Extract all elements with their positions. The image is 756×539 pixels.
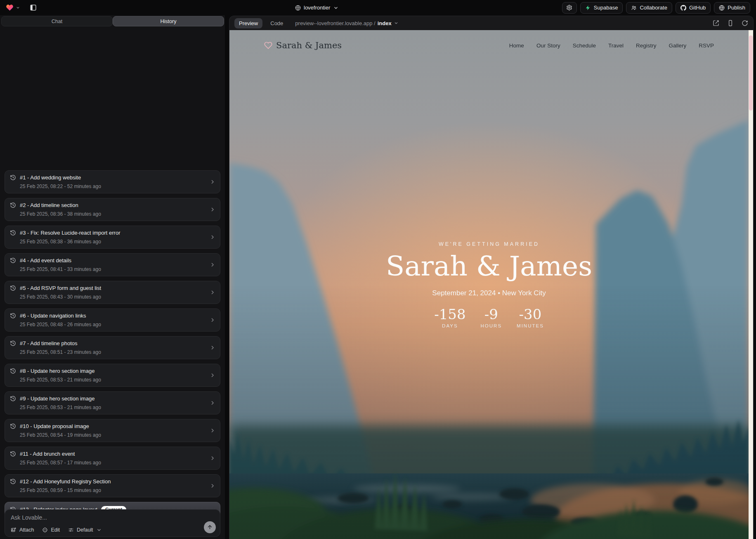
toggle-sidebar-button[interactable] (27, 2, 39, 13)
history-item-timestamp: 25 Feb 2025, 08:57 - 17 minutes ago (20, 460, 206, 466)
site-scrollbar[interactable] (749, 30, 753, 539)
supabase-button[interactable]: Supabase (580, 2, 623, 14)
preview-toolbar: Preview Code preview--lovefrontier.lovab… (229, 16, 753, 30)
history-item-title: #6 - Update navigation links (20, 313, 86, 319)
history-item[interactable]: #5 - Add RSVP form and guest list 25 Feb… (5, 281, 220, 304)
history-item-title: #1 - Add wedding website (20, 174, 81, 181)
lovable-logo-menu[interactable] (6, 4, 20, 12)
chevron-right-icon (209, 234, 216, 240)
countdown-label: MINUTES (517, 323, 544, 328)
history-item-title: #9 - Update hero section image (20, 395, 94, 402)
chevron-down-icon (394, 21, 399, 26)
composer-toolbar: Attach Edit Default (11, 527, 200, 533)
preview-panel: Preview Code preview--lovefrontier.lovab… (229, 16, 754, 539)
chevron-right-icon (209, 427, 216, 434)
history-item[interactable]: #7 - Add timeline photos 25 Feb 2025, 08… (5, 336, 220, 359)
external-link-icon[interactable] (713, 20, 719, 26)
settings-button[interactable] (562, 2, 577, 14)
history-item-timestamp: 25 Feb 2025, 08:53 - 21 minutes ago (20, 405, 206, 410)
chevron-down-icon (16, 5, 20, 10)
chevron-down-icon (96, 527, 102, 533)
countdown: -158 DAYS -9 HOURS -30 MINUTES (229, 307, 749, 328)
lovable-heart-icon (6, 4, 14, 12)
prompt-input[interactable]: Ask Lovable... (11, 514, 214, 521)
history-item[interactable]: #8 - Update hero section image 25 Feb 20… (5, 364, 220, 387)
hero-title: Sarah & James (229, 253, 749, 280)
image-plus-icon (11, 527, 17, 533)
chevron-right-icon (209, 261, 216, 268)
history-icon (10, 202, 16, 208)
tab-history[interactable]: History (113, 16, 224, 26)
github-button[interactable]: GitHub (676, 2, 711, 14)
hero-date-location: September 21, 2024 • New York City (229, 289, 749, 297)
history-item[interactable]: #6 - Update navigation links 25 Feb 2025… (5, 308, 220, 332)
github-icon (680, 5, 686, 11)
chevron-down-icon (333, 5, 339, 11)
mode-selector[interactable]: Default (68, 527, 102, 533)
sidebar-tabs: Chat History (1, 16, 224, 26)
history-item-timestamp: 25 Feb 2025, 08:59 - 15 minutes ago (20, 487, 206, 493)
site-nav-link[interactable]: Home (509, 42, 524, 49)
refresh-icon[interactable] (742, 20, 748, 26)
history-item-timestamp: 25 Feb 2025, 08:51 - 23 minutes ago (20, 349, 206, 355)
site-nav-link[interactable]: RSVP (699, 42, 714, 49)
site-nav-link[interactable]: Gallery (669, 42, 686, 49)
site-logo[interactable]: Sarah & James (264, 40, 342, 50)
history-icon (10, 478, 16, 485)
countdown-unit: -9 HOURS (481, 307, 502, 328)
history-item-title: #10 - Update proposal image (20, 423, 89, 429)
smartphone-icon[interactable] (727, 20, 734, 26)
chevron-right-icon (209, 455, 216, 461)
history-item-title: #4 - Add event details (20, 257, 71, 264)
history-item[interactable]: #2 - Add timeline section 25 Feb 2025, 0… (5, 198, 220, 221)
tab-preview[interactable]: Preview (234, 18, 262, 28)
attach-button[interactable]: Attach (11, 527, 34, 533)
site-header: Sarah & James HomeOur StoryScheduleTrave… (229, 30, 749, 61)
history-item[interactable]: #3 - Fix: Resolve Lucide-react import er… (5, 226, 220, 249)
preview-actions (713, 20, 748, 26)
countdown-label: DAYS (434, 323, 465, 328)
countdown-unit: -30 MINUTES (517, 307, 544, 328)
chevron-right-icon (209, 483, 216, 489)
prompt-composer[interactable]: Ask Lovable... Attach Edit Default (5, 509, 220, 537)
edit-button[interactable]: Edit (42, 527, 60, 533)
history-item[interactable]: #10 - Update proposal image 25 Feb 2025,… (5, 419, 220, 442)
project-selector[interactable]: lovefrontier (295, 0, 339, 15)
history-icon (10, 230, 16, 236)
site-nav-link[interactable]: Our Story (536, 42, 560, 49)
chevron-right-icon (209, 372, 216, 379)
publish-button[interactable]: Publish (714, 2, 750, 14)
supabase-icon (585, 5, 591, 11)
countdown-value: -30 (517, 307, 544, 321)
target-icon (42, 527, 48, 533)
preview-url[interactable]: preview--lovefrontier.lovable.app / inde… (295, 20, 398, 26)
history-item-timestamp: 25 Feb 2025, 08:48 - 26 minutes ago (20, 322, 206, 327)
history-item-timestamp: 25 Feb 2025, 08:53 - 21 minutes ago (20, 377, 206, 383)
history-item-title: #12 - Add Honeyfund Registry Section (20, 478, 111, 485)
arrow-up-icon (207, 524, 213, 530)
history-item-timestamp: 25 Feb 2025, 08:38 - 36 minutes ago (20, 239, 206, 245)
send-button[interactable] (204, 521, 216, 533)
hero-tagline: WE'RE GETTING MARRIED (229, 241, 749, 247)
countdown-unit: -158 DAYS (434, 307, 465, 328)
site-nav-link[interactable]: Registry (636, 42, 657, 49)
history-icon (10, 285, 16, 291)
tab-code[interactable]: Code (266, 18, 288, 28)
chevron-right-icon (209, 344, 216, 351)
history-icon (10, 257, 16, 264)
history-item[interactable]: #12 - Add Honeyfund Registry Section 25 … (5, 474, 220, 497)
history-item[interactable]: #1 - Add wedding website 25 Feb 2025, 08… (5, 170, 220, 193)
tab-chat[interactable]: Chat (1, 16, 113, 26)
site-scrollbar-thumb[interactable] (749, 35, 753, 111)
collaborate-button[interactable]: Collaborate (626, 2, 672, 14)
history-item-title: #8 - Update hero section image (20, 368, 94, 374)
history-item-timestamp: 25 Feb 2025, 08:43 - 30 minutes ago (20, 294, 206, 300)
countdown-value: -9 (481, 307, 502, 321)
history-item[interactable]: #9 - Update hero section image 25 Feb 20… (5, 391, 220, 414)
history-icon (10, 423, 16, 429)
site-nav-link[interactable]: Travel (608, 42, 624, 49)
history-item[interactable]: #11 - Add brunch event 25 Feb 2025, 08:5… (5, 447, 220, 470)
site-nav-link[interactable]: Schedule (573, 42, 596, 49)
hero-section: WE'RE GETTING MARRIED Sarah & James Sept… (229, 241, 749, 328)
history-item[interactable]: #4 - Add event details 25 Feb 2025, 08:4… (5, 253, 220, 276)
